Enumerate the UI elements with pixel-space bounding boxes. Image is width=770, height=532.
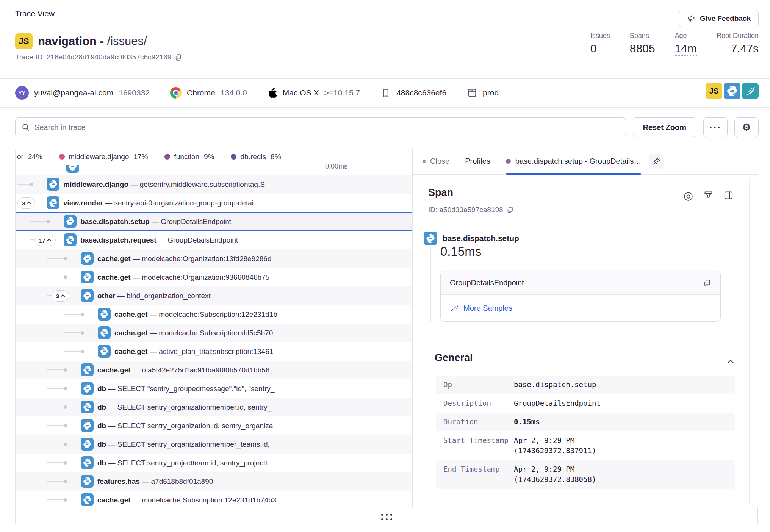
general-key: Duration	[443, 417, 514, 427]
span-row[interactable]: features.has — a7d618b8df01a890	[97, 472, 322, 491]
legend-item-or[interactable]: or24%	[17, 153, 42, 161]
search-input[interactable]	[34, 123, 620, 132]
tab-span-active[interactable]: base.dispatch.setup - GroupDetails…	[506, 148, 641, 174]
span-row[interactable]: cache.get — modelcache:Organization:13fd…	[97, 249, 322, 268]
general-key: Description	[443, 398, 514, 408]
span-op: db	[97, 403, 106, 411]
span-description: SELECT sentry_projectteam.id, sentry_pro…	[117, 459, 268, 467]
span-heading: Span	[428, 187, 453, 199]
resize-bar[interactable]	[16, 507, 757, 527]
span-row[interactable]: cache.get — modelcache:Subscription:12e2…	[114, 305, 322, 324]
span-description: modelcache:Subscription:12e231d1b	[159, 310, 277, 318]
tree-connector-dot	[64, 498, 67, 502]
op-separator: —	[128, 180, 140, 188]
span-description: SELECT sentry_organization.id, sentry_or…	[117, 422, 273, 430]
span-row[interactable]: base.dispatch.setup — GroupDetailsEndpoi…	[80, 212, 322, 231]
copy-icon[interactable]	[506, 206, 514, 214]
span-actions: ◎	[683, 190, 734, 201]
funnel-icon[interactable]	[703, 190, 714, 201]
span-row[interactable]: db — SELECT sentry_organizationmember.id…	[97, 398, 322, 416]
platform-badges: JS	[706, 83, 759, 99]
span-op: view.render	[63, 199, 103, 207]
general-value: GroupDetailsEndpoint	[514, 398, 727, 408]
close-tab[interactable]: × Close	[421, 156, 449, 167]
span-row[interactable]: cache.get — o:a5f42e275d1ac91fba90f0b570…	[97, 361, 322, 379]
ops-breakdown-legend: or24%middleware.django17%function9%db.re…	[16, 148, 322, 165]
general-value-line: (1743629372.838058)	[514, 474, 727, 485]
python-icon	[81, 456, 94, 469]
general-value-line: base.dispatch.setup	[514, 380, 727, 390]
python-icon	[81, 289, 94, 302]
general-heading: General	[435, 352, 473, 364]
page-title: Trace View	[15, 9, 55, 18]
span-row[interactable]: db — SELECT sentry_projectteam.id, sentr…	[97, 454, 322, 472]
settings-button[interactable]: ⚙	[734, 117, 759, 137]
span-description: o:a5f42e275d1ac91fba90f0b570d1bb56	[142, 366, 269, 374]
general-key: Start Timestamp	[443, 435, 514, 446]
copy-icon[interactable]	[174, 53, 182, 61]
span-row[interactable]: db — SELECT "sentry_groupedmessage"."id"…	[97, 379, 322, 398]
op-separator: —	[157, 236, 168, 244]
trace-id: Trace ID: 216e04d28d1940da9c0f0357c6c921…	[15, 53, 171, 61]
scrollbar-track[interactable]	[749, 178, 750, 504]
span-row[interactable]: cache.get — modelcache:Subscription:12e2…	[97, 491, 322, 507]
span-row[interactable]: cache.get — modelcache:Organization:9366…	[97, 268, 322, 286]
stat-value: 7.47s	[731, 42, 759, 55]
general-value-line: Apr 2, 9:29 PM	[514, 464, 727, 474]
span-op: cache.get	[114, 329, 148, 337]
device-id: 488c8c636ef6	[396, 88, 446, 97]
span-row[interactable]: view.render — sentry-api-0-organization-…	[63, 194, 322, 212]
stat-label: Root Duration	[717, 32, 759, 40]
span-row[interactable]: cache.get — modelcache:Subscription:dd5c…	[114, 324, 322, 342]
search-box[interactable]	[15, 117, 626, 137]
give-feedback-button[interactable]: Give Feedback	[679, 10, 759, 27]
legend-item-function[interactable]: function9%	[164, 153, 214, 161]
span-row[interactable]: middleware.django — getsentry.middleware…	[63, 175, 322, 194]
more-samples-link[interactable]: More Samples	[463, 304, 512, 313]
layout-columns-icon[interactable]	[723, 190, 734, 201]
focus-icon[interactable]: ◎	[683, 190, 694, 201]
span-row[interactable]: cache.get — active_plan_trial:subscripti…	[114, 342, 322, 361]
span-description: modelcache:Organization:13fd28e9286d	[142, 255, 271, 263]
copy-icon[interactable]	[703, 279, 711, 287]
op-separator: —	[106, 440, 117, 448]
span-description: SELECT sentry_organizationmember.id, sen…	[117, 403, 271, 411]
js-platform-badge: JS	[15, 33, 33, 49]
user-id: 1690332	[119, 88, 150, 97]
tree-connector-dot	[64, 368, 67, 372]
collapse-chip[interactable]: 3	[52, 290, 69, 302]
python-icon	[81, 401, 94, 413]
stat-value[interactable]: 14m	[675, 42, 697, 56]
span-op: db	[97, 459, 106, 467]
span-description: a7d618b8df01a890	[151, 477, 213, 485]
op-separator: —	[106, 385, 117, 393]
tab-profiles[interactable]: Profiles	[465, 157, 490, 166]
span-row[interactable]: base.dispatch.request — GroupDetailsEndp…	[80, 231, 322, 249]
span-op: cache.get	[97, 273, 131, 281]
span-op: base.dispatch.setup	[80, 217, 150, 225]
span-description: modelcache:Subscription:12e231d1b74b3	[142, 496, 276, 504]
collapse-chip[interactable]: 17	[34, 235, 56, 246]
legend-percent: 9%	[204, 153, 214, 161]
legend-percent: 17%	[133, 153, 148, 161]
span-row[interactable]: db — SELECT sentry_organization.id, sent…	[97, 416, 322, 435]
span-row[interactable]: db — SELECT sentry_organizationmember_te…	[97, 435, 322, 454]
op-separator: —	[148, 310, 159, 318]
op-separator: —	[131, 496, 142, 504]
waterfall-divider[interactable]	[322, 148, 322, 507]
waterfall-header-line	[322, 161, 412, 161]
general-value-line: GroupDetailsEndpoint	[514, 398, 727, 408]
python-icon	[81, 252, 94, 265]
python-icon	[64, 233, 77, 246]
chevron-up-icon	[27, 202, 31, 206]
collapse-chip[interactable]: 3	[17, 197, 35, 209]
legend-item-middleware.django[interactable]: middleware.django17%	[59, 153, 148, 161]
reset-zoom-button[interactable]: Reset Zoom	[633, 117, 696, 137]
op-separator: —	[140, 477, 151, 485]
pin-tab-button[interactable]	[649, 154, 664, 169]
span-row[interactable]: other — bind_organization_context	[97, 286, 322, 305]
more-options-button[interactable]: ···	[703, 117, 728, 137]
ellipsis-icon: ···	[709, 122, 721, 133]
legend-item-db.redis[interactable]: db.redis8%	[231, 153, 281, 161]
collapse-chevron-icon[interactable]	[726, 357, 735, 367]
